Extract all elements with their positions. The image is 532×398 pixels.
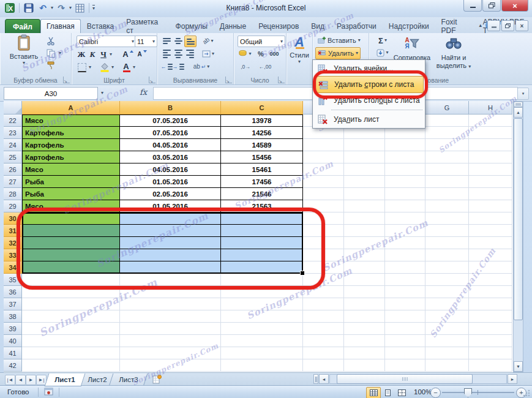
cell-E-empty[interactable] (344, 347, 385, 359)
cell-E-empty[interactable] (344, 200, 385, 212)
cell-A25[interactable]: Картофель (22, 151, 120, 163)
excel-logo-icon[interactable]: X (4, 2, 16, 14)
cell-G-empty[interactable] (425, 139, 469, 151)
menu-item-delete-rows[interactable]: Удалить строки с листа (314, 76, 424, 93)
cell-D-empty[interactable] (303, 176, 344, 188)
redo-dropdown-icon[interactable]: ▾ (69, 6, 72, 10)
cell-G-empty[interactable] (425, 286, 469, 298)
cut-icon[interactable] (44, 36, 58, 47)
cell-G-empty[interactable] (425, 237, 469, 249)
cell-E-empty[interactable] (344, 225, 385, 237)
cell-F-empty[interactable] (385, 261, 425, 274)
cell-B24[interactable]: 04.05.2016 (120, 139, 221, 151)
cell-A24[interactable]: Картофель (22, 139, 120, 151)
resize-grip[interactable] (522, 389, 531, 397)
cell-F-empty[interactable] (385, 225, 425, 237)
cell-B-empty[interactable] (120, 347, 221, 359)
grid-table-icon[interactable] (73, 2, 86, 14)
page-break-view-icon[interactable] (394, 387, 409, 398)
cell-F-empty[interactable] (385, 212, 425, 225)
row-header-41[interactable]: 41 (4, 347, 22, 359)
scroll-down-icon[interactable]: ▼ (514, 361, 523, 372)
scroll-left-icon[interactable]: ◄ (319, 374, 329, 384)
cell-A-empty[interactable] (22, 310, 120, 323)
bold-button[interactable]: Ж (77, 49, 86, 59)
cell-B30[interactable] (120, 212, 221, 225)
cell-D-empty[interactable] (303, 200, 344, 212)
decrease-decimal-icon[interactable]: ←,00 (257, 61, 273, 72)
cell-G-empty[interactable] (425, 323, 469, 335)
column-header-A[interactable]: A (22, 101, 120, 115)
tab-split-handle[interactable] (313, 374, 318, 384)
grow-font-button[interactable]: А (122, 49, 134, 59)
cell-H-empty[interactable] (469, 323, 512, 335)
cell-H-empty[interactable] (469, 163, 512, 176)
vertical-scrollbar[interactable]: ▲ ▼ (513, 101, 523, 372)
cell-F-empty[interactable] (385, 163, 425, 176)
worksheet-grid[interactable]: ABCDEFGH22Мясо07.05.20161397823Картофель… (4, 101, 513, 372)
previous-sheet-icon[interactable]: ◄ (15, 375, 26, 385)
copy-icon[interactable] (44, 48, 58, 59)
cell-B-empty[interactable] (120, 286, 221, 298)
italic-button[interactable]: К (88, 49, 97, 59)
sheet-tab-лист3[interactable]: Лист3 (109, 374, 148, 386)
cell-E-empty[interactable] (344, 249, 385, 261)
insert-cells-button[interactable]: Вставить▾ (315, 35, 362, 46)
fill-color-dropdown-icon[interactable]: ▾ (111, 65, 114, 70)
cell-G-empty[interactable] (425, 359, 469, 372)
cell-H-empty[interactable] (469, 127, 512, 139)
cell-B28[interactable]: 02.05.2016 (120, 188, 221, 200)
cell-E-empty[interactable] (344, 359, 385, 372)
cell-C22[interactable]: 13978 (221, 115, 303, 127)
cell-G-empty[interactable] (425, 151, 469, 163)
cell-B-empty[interactable] (120, 335, 221, 347)
cell-E-empty[interactable] (344, 163, 385, 176)
cell-A-empty[interactable] (22, 286, 120, 298)
clipboard-dialog-launcher-icon[interactable]: ↘ (63, 77, 70, 83)
row-header-30[interactable]: 30 (4, 212, 22, 225)
cell-A-empty[interactable] (22, 335, 120, 347)
increase-decimal-icon[interactable]: ,0→ (238, 61, 253, 72)
row-header-22[interactable]: 22 (4, 115, 22, 127)
cell-A22[interactable]: Мясо (22, 115, 120, 127)
cell-F-empty[interactable] (385, 200, 425, 212)
cell-F-empty[interactable] (385, 335, 425, 347)
delete-cells-button[interactable]: Удалить▾ (315, 47, 361, 59)
macro-record-icon[interactable] (44, 388, 53, 397)
cell-D-empty[interactable] (303, 237, 344, 249)
cell-E-empty[interactable] (344, 274, 385, 286)
cell-E-empty[interactable] (344, 286, 385, 298)
cell-F-empty[interactable] (385, 347, 425, 359)
number-format-select[interactable]: Общий▾ (238, 36, 285, 47)
redo-icon[interactable]: ↷ (55, 2, 67, 14)
cell-H-empty[interactable] (469, 298, 512, 310)
merge-center-icon[interactable]: ▾ (200, 48, 216, 59)
cell-D-empty[interactable] (303, 323, 344, 335)
menu-item-delete-columns[interactable]: Удалить столбцы с листа (313, 93, 425, 108)
zoom-slider-track[interactable] (442, 392, 514, 393)
cell-B-empty[interactable] (120, 310, 221, 323)
wrap-text-icon[interactable]: ab↵▾ (193, 61, 210, 72)
cell-B-empty[interactable] (120, 298, 221, 310)
cell-C27[interactable]: 17456 (221, 176, 303, 188)
cell-B23[interactable]: 07.05.2016 (120, 127, 221, 139)
minimize-button[interactable] (463, 0, 482, 12)
column-header-C[interactable]: C (221, 101, 303, 115)
cell-B33[interactable] (120, 249, 221, 261)
scroll-up-icon[interactable]: ▲ (514, 107, 523, 118)
cell-E-empty[interactable] (344, 212, 385, 225)
number-dialog-launcher-icon[interactable]: ↘ (278, 77, 285, 83)
borders-icon[interactable] (77, 62, 88, 73)
cell-F-empty[interactable] (385, 188, 425, 200)
cell-H-empty[interactable] (469, 176, 512, 188)
comma-style-icon[interactable]: 000 (267, 48, 282, 59)
cell-H-empty[interactable] (469, 212, 512, 225)
cell-F-empty[interactable] (385, 139, 425, 151)
zoom-out-icon[interactable]: − (430, 388, 441, 398)
cell-F-empty[interactable] (385, 237, 425, 249)
cell-A33[interactable] (22, 249, 120, 261)
tab-разработчи[interactable]: Разработчи (331, 19, 383, 33)
cell-B22[interactable]: 07.05.2016 (120, 115, 221, 127)
horizontal-scroll-thumb[interactable] (337, 374, 473, 384)
workbook-minimize-icon[interactable] (487, 20, 500, 31)
